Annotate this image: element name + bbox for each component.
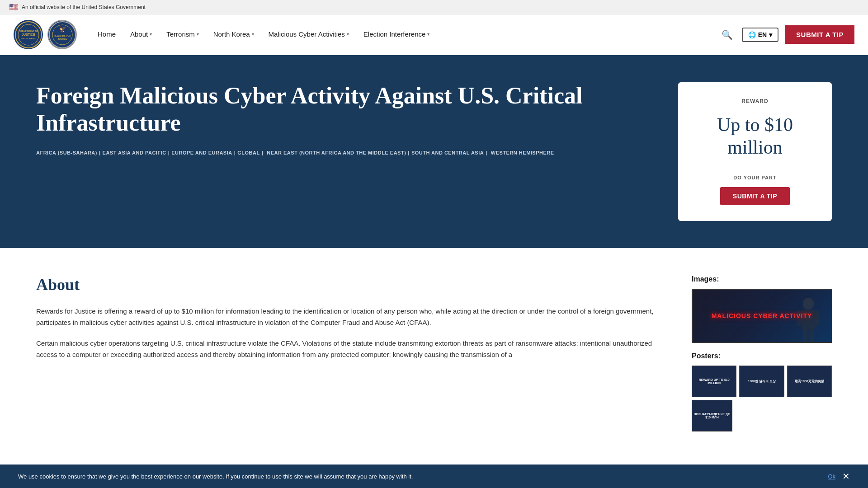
svg-point-10 xyxy=(803,298,814,310)
about-text: About Rewards for Justice is offering a … xyxy=(36,275,665,432)
images-label: Images: xyxy=(692,275,832,283)
official-text: An official website of the United States… xyxy=(22,4,146,10)
tag-global: GLOBAL xyxy=(237,150,259,155)
doj-seal: DEPARTMENT OF JUSTICE UNITED STATES xyxy=(14,20,43,49)
nav-malicious-cyber[interactable]: Malicious Cyber Activities ▾ xyxy=(261,14,356,55)
tag-africa: AFRICA (SUB-SAHARA) xyxy=(36,150,97,155)
svg-text:🦅: 🦅 xyxy=(58,25,66,33)
svg-text:UNITED STATES: UNITED STATES xyxy=(21,38,36,40)
search-icon: 🔍 xyxy=(722,30,733,40)
nav-about[interactable]: About ▾ xyxy=(123,14,159,55)
svg-rect-14 xyxy=(803,330,807,342)
hero-tags: AFRICA (SUB-SAHARA) | EAST ASIA AND PACI… xyxy=(36,150,651,155)
us-flag: 🇺🇸 xyxy=(9,3,18,11)
svg-text:JUSTICE: JUSTICE xyxy=(22,33,35,36)
poster-4[interactable]: ВОЗНАГРАЖДЕНИЕ ДО $10 МЛН xyxy=(692,400,732,432)
reward-card: REWARD Up to $10 million DO YOUR PART SU… xyxy=(678,82,832,221)
rfj-seal: 🦅 REWARDS FOR JUSTICE xyxy=(47,20,77,49)
tag-east-asia: EAST ASIA AND PACIFIC xyxy=(103,150,166,155)
globe-icon: 🌐 xyxy=(748,31,756,38)
submit-tip-button-hero[interactable]: SUBMIT A TIP xyxy=(720,187,790,205)
about-paragraph-1: Rewards for Justice is offering a reward… xyxy=(36,305,665,328)
navbar: DEPARTMENT OF JUSTICE UNITED STATES 🦅 RE… xyxy=(0,14,868,55)
search-button[interactable]: 🔍 xyxy=(719,27,735,42)
reward-amount: Up to $10 million xyxy=(692,113,818,159)
nav-north-korea[interactable]: North Korea ▾ xyxy=(206,14,261,55)
svg-text:DEPARTMENT OF: DEPARTMENT OF xyxy=(19,30,38,33)
poster-4-row: ВОЗНАГРАЖДЕНИЕ ДО $10 МЛН xyxy=(692,400,832,432)
cyber-image[interactable]: MALICIOUS CYBER ACTIVITY xyxy=(692,289,832,343)
north-korea-chevron: ▾ xyxy=(252,32,254,37)
sidebar: Images: MALICIOUS CYBER ACTIVITY Posters… xyxy=(692,275,832,432)
svg-rect-15 xyxy=(809,330,814,342)
nav-home[interactable]: Home xyxy=(90,14,123,55)
svg-text:JUSTICE: JUSTICE xyxy=(57,38,67,40)
about-title: About xyxy=(36,275,665,294)
nav-election[interactable]: Election Interference ▾ xyxy=(356,14,437,55)
hero-text: Foreign Malicious Cyber Activity Against… xyxy=(36,82,651,155)
about-chevron: ▾ xyxy=(150,32,152,37)
nav-links: Home About ▾ Terrorism ▾ North Korea ▾ M… xyxy=(90,14,719,55)
cyber-image-text: MALICIOUS CYBER ACTIVITY xyxy=(712,312,812,319)
logo-area: DEPARTMENT OF JUSTICE UNITED STATES 🦅 RE… xyxy=(14,20,77,49)
do-your-part-label: DO YOUR PART xyxy=(733,175,776,180)
election-chevron: ▾ xyxy=(427,32,429,37)
poster-1[interactable]: REWARD UP TO $10 MILLION xyxy=(692,366,736,397)
about-paragraph-2: Certain malicious cyber operations targe… xyxy=(36,338,665,361)
tag-western: WESTERN HEMISPHERE xyxy=(491,150,554,155)
submit-tip-button-nav[interactable]: SUBMIT A TIP xyxy=(785,25,854,44)
tag-near-east: NEAR EAST (NORTH AFRICA AND THE MIDDLE E… xyxy=(267,150,406,155)
malicious-cyber-chevron: ▾ xyxy=(347,32,349,37)
lang-label: EN xyxy=(758,31,767,38)
poster-2[interactable]: 1000만 달러의 보상 xyxy=(739,366,784,397)
lang-chevron: ▾ xyxy=(769,31,772,38)
poster-3[interactable]: 最高1000万元的奖励 xyxy=(787,366,832,397)
hero-section: Foreign Malicious Cyber Activity Against… xyxy=(0,55,868,248)
top-bar: 🇺🇸 An official website of the United Sta… xyxy=(0,0,868,14)
tag-south-asia: SOUTH AND CENTRAL ASIA xyxy=(411,150,484,155)
posters-label: Posters: xyxy=(692,352,832,360)
posters-grid: REWARD UP TO $10 MILLION 1000만 달러의 보상 最高… xyxy=(692,366,832,397)
svg-text:REWARDS FOR: REWARDS FOR xyxy=(54,34,71,37)
language-button[interactable]: 🌐 EN ▾ xyxy=(742,28,778,42)
terrorism-chevron: ▾ xyxy=(197,32,199,37)
nav-terrorism[interactable]: Terrorism ▾ xyxy=(159,14,206,55)
nav-right: 🔍 🌐 EN ▾ SUBMIT A TIP xyxy=(719,25,854,44)
about-section: About Rewards for Justice is offering a … xyxy=(0,248,868,459)
reward-label: REWARD xyxy=(741,98,768,104)
svg-rect-13 xyxy=(815,310,820,326)
hero-title: Foreign Malicious Cyber Activity Against… xyxy=(36,82,651,136)
tag-europe: EUROPE AND EURASIA xyxy=(171,150,232,155)
